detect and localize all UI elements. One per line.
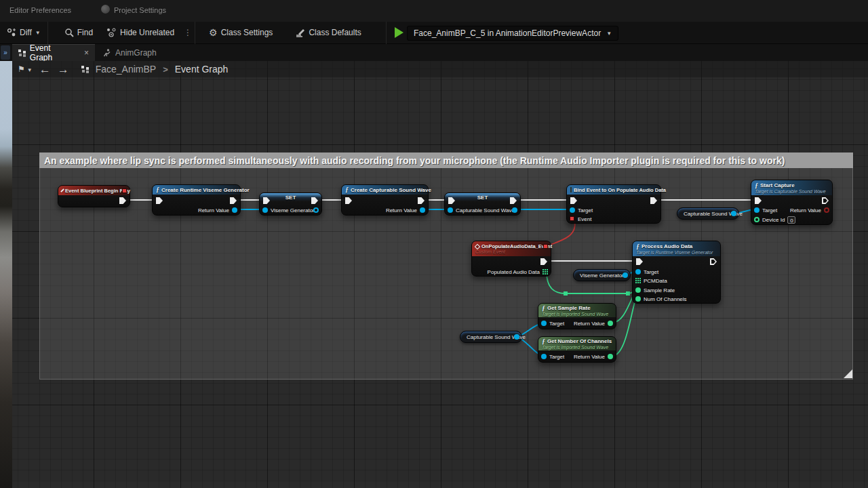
back-arrow-icon[interactable]: ← (39, 64, 51, 75)
device-id-input[interactable]: 0 (787, 216, 795, 224)
value-out-pin[interactable] (731, 211, 736, 216)
target-pin[interactable] (570, 207, 575, 213)
event-icon (475, 243, 480, 249)
chevron-down-icon: ▼ (35, 30, 41, 36)
menu-project-settings[interactable]: Project Settings (114, 6, 166, 14)
divider (195, 22, 195, 44)
class-settings-label: Class Settings (221, 28, 273, 37)
tab-label: Event Graph (30, 43, 75, 62)
preview-actor-label: Face_AnimBP_C_5 in AnimationEditorPrevie… (414, 28, 601, 38)
class-defaults-button[interactable]: Class Defaults (289, 22, 368, 44)
device-id-pin[interactable] (754, 217, 760, 222)
hide-unrelated-button[interactable]: Hide Unrelated (100, 22, 181, 44)
tab-anim-graph[interactable]: AnimGraph (97, 44, 163, 61)
node-bind-event-to-on-populate-audio-data[interactable]: Bind Event to On Populate Audio Data Tar… (566, 184, 661, 224)
pcm-data-pin[interactable] (635, 278, 641, 283)
class-settings-button[interactable]: ⚙ Class Settings (202, 22, 279, 44)
diff-button[interactable]: Diff ▼ (0, 22, 47, 44)
hide-unrelated-icon (106, 28, 117, 37)
play-icon[interactable] (395, 27, 403, 38)
graph-navbar: ⚑▼ ← → Face_AnimBP > Event Graph (12, 61, 868, 77)
exec-in-pin[interactable] (345, 197, 352, 204)
populated-audio-data-pin[interactable] (542, 269, 548, 274)
breadcrumb-root[interactable]: Face_AnimBP (96, 64, 156, 75)
node-start-capture[interactable]: ƒ Start Capture Target is Capturable Sou… (751, 180, 833, 225)
node-event-blueprint-begin-play[interactable]: Event Blueprint Begin Play (58, 185, 130, 207)
node-title: Event Blueprint Begin Play (65, 188, 130, 194)
target-pin[interactable] (635, 269, 641, 274)
return-value-pin[interactable] (824, 207, 829, 213)
find-button[interactable]: Find (58, 22, 100, 44)
exec-in-pin[interactable] (636, 258, 643, 265)
pin-label-return-value: Return Value (386, 206, 417, 214)
var-get-viseme-generator[interactable]: Viseme Generator (573, 269, 631, 281)
exec-out-pin[interactable] (650, 197, 657, 204)
return-value-pin[interactable] (608, 354, 613, 359)
node-set-viseme-generator[interactable]: SET Viseme Generator (259, 192, 322, 216)
pin-label: Target (578, 206, 593, 214)
target-pin[interactable] (541, 354, 547, 359)
return-value-pin[interactable] (608, 321, 613, 326)
return-value-pin[interactable] (420, 207, 425, 213)
forward-arrow-icon[interactable]: → (58, 64, 69, 75)
close-icon[interactable]: × (84, 48, 89, 58)
menu-editor-preferences[interactable]: Editor Preferences (9, 6, 71, 14)
node-title: Start Capture (760, 182, 795, 188)
diff-icon (7, 28, 16, 37)
node-set-capturable-sound-wave[interactable]: SET Capturable Sound Wave (444, 192, 521, 216)
graph-icon (81, 66, 89, 73)
node-subtitle: Target is Imported Sound Wave (542, 345, 608, 350)
node-title: Bind Event to On Populate Audio Data (574, 187, 666, 193)
exec-in-pin[interactable] (156, 197, 163, 204)
pin-label: Target (549, 352, 564, 361)
hide-unrelated-options-icon[interactable]: ⋮ (181, 28, 195, 37)
graph-icon (18, 49, 26, 56)
node-create-capturable-sound-wave[interactable]: ƒ Create Capturable Sound Wave Return Va… (341, 184, 429, 216)
node-process-audio-data[interactable]: ƒ Process Audio Data Target is Runtime V… (632, 241, 721, 304)
bookmark-icon[interactable]: ⚑▼ (18, 64, 33, 74)
num-of-channels-pin[interactable] (635, 296, 641, 302)
event-delegate-pin[interactable] (570, 216, 574, 221)
target-pin[interactable] (754, 207, 760, 213)
delegate-pin[interactable] (543, 244, 548, 249)
exec-out-pin[interactable] (822, 197, 829, 204)
viseme-generator-out-pin[interactable] (313, 207, 319, 213)
pin-label-return-value: Return Value (574, 352, 605, 361)
node-get-number-of-channels[interactable]: ƒ Get Number Of Channels Target is Impor… (538, 336, 616, 363)
comment-resize-handle[interactable] (844, 369, 852, 378)
pin-label: Viseme Generator (271, 206, 315, 214)
target-pin[interactable] (541, 321, 547, 326)
diff-label: Diff (20, 28, 32, 37)
viseme-generator-in-pin[interactable] (262, 207, 268, 213)
comment-title[interactable]: An example where lip sync is performed s… (39, 152, 853, 168)
exec-in-pin[interactable] (570, 197, 577, 204)
sample-rate-pin[interactable] (635, 287, 641, 293)
tab-event-graph[interactable]: Event Graph × (12, 44, 95, 61)
node-create-runtime-viseme-generator[interactable]: ƒ Create Runtime Viseme Generator Return… (152, 184, 241, 216)
exec-out-pin[interactable] (540, 258, 547, 265)
blueprint-editor-window: Editor Preferences Project Settings Diff… (0, 0, 868, 488)
exec-in-pin[interactable] (755, 197, 762, 204)
node-get-sample-rate[interactable]: ƒ Get Sample Rate Target is Imported Sou… (538, 303, 616, 329)
pin-label-return-value: Return Value (198, 206, 229, 214)
var-get-capturable-sound-wave[interactable]: Capturable Sound Wave (460, 331, 522, 343)
capturable-sound-wave-out-pin[interactable] (512, 207, 517, 213)
node-subtitle: Target is Runtime Viseme Generator (636, 250, 713, 255)
value-out-pin[interactable] (623, 272, 628, 278)
hide-unrelated-label: Hide Unrelated (120, 28, 174, 37)
value-out-pin[interactable] (514, 334, 519, 340)
exec-out-pin[interactable] (710, 258, 717, 265)
var-get-capturable-sound-wave[interactable]: Capturable Sound Wave (677, 207, 739, 220)
delegate-pin[interactable] (122, 188, 127, 193)
node-title: Get Sample Rate (547, 305, 591, 311)
preview-actor-dropdown[interactable]: Face_AnimBP_C_5 in AnimationEditorPrevie… (407, 26, 618, 41)
return-value-pin[interactable] (232, 207, 237, 213)
exec-out-pin[interactable] (230, 197, 237, 204)
capturable-sound-wave-in-pin[interactable] (448, 207, 453, 213)
node-on-populate-audio-data-event[interactable]: OnPopulateAudioData_Event Custom Event P… (471, 241, 551, 277)
node-title: Process Audio Data (642, 243, 692, 249)
exec-out-pin[interactable] (119, 197, 126, 204)
sidebar-expander-button[interactable]: » (1, 45, 10, 60)
exec-out-pin[interactable] (418, 197, 425, 204)
event-icon (60, 188, 64, 192)
